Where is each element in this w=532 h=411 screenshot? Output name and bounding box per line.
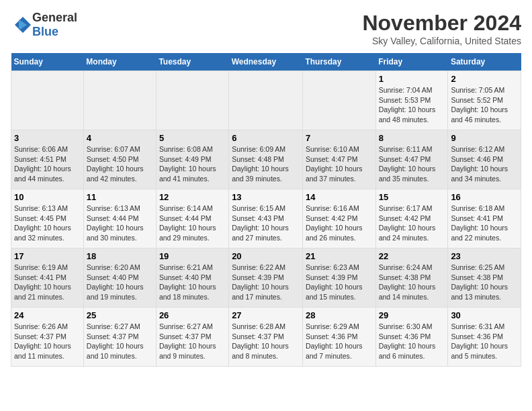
calendar-cell: 11Sunrise: 6:13 AM Sunset: 4:44 PM Dayli… [83,189,156,248]
day-number: 3 [14,133,81,143]
header-day-thursday: Thursday [302,53,375,71]
day-info: Sunrise: 6:06 AM Sunset: 4:51 PM Dayligh… [14,144,81,184]
day-info: Sunrise: 6:25 AM Sunset: 4:38 PM Dayligh… [451,263,518,302]
calendar-cell [156,71,228,130]
day-number: 17 [14,251,81,261]
calendar-cell: 3Sunrise: 6:06 AM Sunset: 4:51 PM Daylig… [11,130,84,189]
day-number: 7 [306,133,373,143]
calendar-cell: 28Sunrise: 6:29 AM Sunset: 4:36 PM Dayli… [302,308,375,367]
day-number: 19 [159,251,226,261]
calendar-cell: 12Sunrise: 6:14 AM Sunset: 4:44 PM Dayli… [156,189,228,248]
day-number: 23 [451,251,518,261]
day-info: Sunrise: 6:21 AM Sunset: 4:40 PM Dayligh… [159,263,226,302]
day-info: Sunrise: 6:30 AM Sunset: 4:36 PM Dayligh… [379,322,445,361]
calendar-cell: 4Sunrise: 6:07 AM Sunset: 4:50 PM Daylig… [83,130,156,189]
page-subtitle: Sky Valley, California, United States [362,36,521,46]
header-day-friday: Friday [375,53,448,71]
day-number: 29 [379,310,445,320]
calendar-cell: 5Sunrise: 6:08 AM Sunset: 4:49 PM Daylig… [156,130,228,189]
day-info: Sunrise: 6:13 AM Sunset: 4:44 PM Dayligh… [87,203,153,243]
day-number: 20 [232,251,300,261]
day-info: Sunrise: 6:10 AM Sunset: 4:47 PM Dayligh… [306,144,373,184]
calendar-cell: 17Sunrise: 6:19 AM Sunset: 4:41 PM Dayli… [11,248,84,308]
day-info: Sunrise: 6:18 AM Sunset: 4:41 PM Dayligh… [451,203,518,243]
day-info: Sunrise: 7:05 AM Sunset: 5:52 PM Dayligh… [451,85,518,125]
calendar-cell: 16Sunrise: 6:18 AM Sunset: 4:41 PM Dayli… [448,189,521,248]
day-number: 27 [232,310,300,320]
week-row-1: 1Sunrise: 7:04 AM Sunset: 5:53 PM Daylig… [11,71,521,130]
day-number: 16 [451,192,518,202]
day-number: 22 [379,251,445,261]
day-number: 9 [451,133,518,143]
day-info: Sunrise: 7:04 AM Sunset: 5:53 PM Dayligh… [379,85,445,125]
day-info: Sunrise: 6:17 AM Sunset: 4:42 PM Dayligh… [379,203,445,243]
day-number: 8 [379,133,445,143]
day-number: 30 [451,310,518,320]
day-info: Sunrise: 6:16 AM Sunset: 4:42 PM Dayligh… [306,203,373,243]
calendar-cell: 19Sunrise: 6:21 AM Sunset: 4:40 PM Dayli… [156,248,228,308]
calendar-cell: 6Sunrise: 6:09 AM Sunset: 4:48 PM Daylig… [229,130,303,189]
day-info: Sunrise: 6:19 AM Sunset: 4:41 PM Dayligh… [14,263,81,302]
week-row-4: 17Sunrise: 6:19 AM Sunset: 4:41 PM Dayli… [11,248,521,308]
calendar-cell [83,71,156,130]
day-number: 13 [232,192,300,202]
calendar-cell: 18Sunrise: 6:20 AM Sunset: 4:40 PM Dayli… [83,248,156,308]
day-info: Sunrise: 6:09 AM Sunset: 4:48 PM Dayligh… [232,144,300,184]
calendar-cell [11,71,84,130]
day-info: Sunrise: 6:23 AM Sunset: 4:39 PM Dayligh… [306,263,373,302]
day-info: Sunrise: 6:27 AM Sunset: 4:37 PM Dayligh… [159,322,226,361]
header-day-saturday: Saturday [448,53,521,71]
logo-icon [11,15,31,34]
calendar-cell: 1Sunrise: 7:04 AM Sunset: 5:53 PM Daylig… [375,71,448,130]
day-number: 28 [306,310,373,320]
day-number: 2 [451,74,518,84]
week-row-2: 3Sunrise: 6:06 AM Sunset: 4:51 PM Daylig… [11,130,521,189]
calendar-cell: 20Sunrise: 6:22 AM Sunset: 4:39 PM Dayli… [229,248,303,308]
day-number: 10 [14,192,81,202]
calendar-cell [302,71,375,130]
week-row-3: 10Sunrise: 6:13 AM Sunset: 4:45 PM Dayli… [11,189,521,248]
day-number: 14 [306,192,373,202]
logo-general-text: General [32,11,77,24]
day-info: Sunrise: 6:12 AM Sunset: 4:46 PM Dayligh… [451,144,518,184]
calendar-cell: 8Sunrise: 6:11 AM Sunset: 4:47 PM Daylig… [375,130,448,189]
day-info: Sunrise: 6:31 AM Sunset: 4:36 PM Dayligh… [451,322,518,361]
calendar-cell: 27Sunrise: 6:28 AM Sunset: 4:37 PM Dayli… [229,308,303,367]
day-info: Sunrise: 6:13 AM Sunset: 4:45 PM Dayligh… [14,203,81,243]
day-info: Sunrise: 6:26 AM Sunset: 4:37 PM Dayligh… [14,322,81,361]
day-number: 25 [87,310,153,320]
day-info: Sunrise: 6:20 AM Sunset: 4:40 PM Dayligh… [87,263,153,302]
day-info: Sunrise: 6:22 AM Sunset: 4:39 PM Dayligh… [232,263,300,302]
calendar-cell: 9Sunrise: 6:12 AM Sunset: 4:46 PM Daylig… [448,130,521,189]
calendar-header-row: SundayMondayTuesdayWednesdayThursdayFrid… [11,53,521,71]
header-day-sunday: Sunday [11,53,84,71]
day-info: Sunrise: 6:08 AM Sunset: 4:49 PM Dayligh… [159,144,226,184]
day-number: 6 [232,133,300,143]
day-info: Sunrise: 6:27 AM Sunset: 4:37 PM Dayligh… [87,322,153,361]
calendar-cell: 2Sunrise: 7:05 AM Sunset: 5:52 PM Daylig… [448,71,521,130]
day-number: 11 [87,192,153,202]
day-number: 15 [379,192,445,202]
day-number: 12 [159,192,226,202]
calendar-cell: 23Sunrise: 6:25 AM Sunset: 4:38 PM Dayli… [448,248,521,308]
page-title: November 2024 [362,11,521,36]
calendar-cell: 13Sunrise: 6:15 AM Sunset: 4:43 PM Dayli… [229,189,303,248]
day-info: Sunrise: 6:29 AM Sunset: 4:36 PM Dayligh… [306,322,373,361]
header-day-wednesday: Wednesday [229,53,303,71]
day-number: 1 [379,74,445,84]
logo: General Blue [11,11,77,39]
day-number: 24 [14,310,81,320]
calendar-cell: 24Sunrise: 6:26 AM Sunset: 4:37 PM Dayli… [11,308,84,367]
calendar-cell: 26Sunrise: 6:27 AM Sunset: 4:37 PM Dayli… [156,308,228,367]
calendar-cell [229,71,303,130]
day-info: Sunrise: 6:11 AM Sunset: 4:47 PM Dayligh… [379,144,445,184]
day-number: 21 [306,251,373,261]
logo-blue-text: Blue [32,25,58,38]
page-header: General Blue November 2024 Sky Valley, C… [11,11,521,46]
header-day-monday: Monday [83,53,156,71]
day-number: 4 [87,133,153,143]
calendar-cell: 10Sunrise: 6:13 AM Sunset: 4:45 PM Dayli… [11,189,84,248]
calendar-cell: 30Sunrise: 6:31 AM Sunset: 4:36 PM Dayli… [448,308,521,367]
calendar-cell: 21Sunrise: 6:23 AM Sunset: 4:39 PM Dayli… [302,248,375,308]
day-info: Sunrise: 6:14 AM Sunset: 4:44 PM Dayligh… [159,203,226,243]
